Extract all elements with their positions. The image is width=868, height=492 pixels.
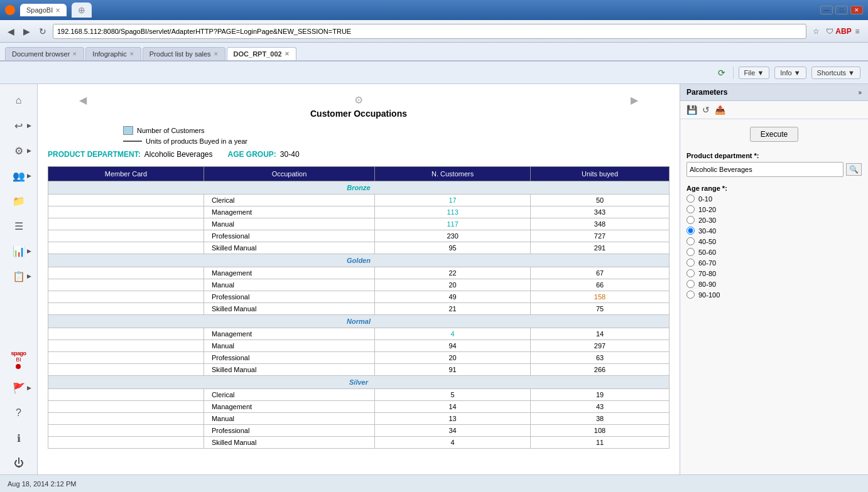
chart-legend: Number of Customers Units of products Bu… (123, 126, 670, 145)
tab-document-browser[interactable]: Document browser ✕ (5, 47, 84, 60)
radio-60-70[interactable] (686, 259, 695, 267)
cell-occupation: Clerical (203, 389, 374, 401)
shield-icon: 🛡 (824, 26, 835, 37)
radio-item-20-30[interactable]: 20-30 (686, 216, 862, 224)
cell-units: 297 (531, 340, 670, 352)
browser-tab-spagabi[interactable]: SpagoBI ✕ (20, 4, 67, 16)
close-tab-infographic[interactable]: ✕ (129, 51, 134, 57)
prev-arrow-icon[interactable]: ◀ (79, 94, 87, 106)
help-icon: ? (16, 407, 21, 419)
table-row: Professional2063 (48, 352, 670, 364)
radio-item-40-50[interactable]: 40-50 (686, 237, 862, 245)
minimize-button[interactable]: — (820, 6, 833, 14)
app-tabs: Document browser ✕ Infographic ✕ Product… (0, 43, 868, 62)
radio-30-40[interactable] (686, 227, 695, 235)
sidebar-item-back[interactable]: ↩ ▶ (4, 114, 34, 137)
cell-units: 50 (531, 195, 670, 206)
close-tab-doc-rpt[interactable]: ✕ (285, 51, 290, 57)
cell-units: 43 (531, 401, 670, 413)
tab-infographic[interactable]: Infographic ✕ (85, 47, 141, 60)
sidebar-item-report[interactable]: 📋 ▶ (4, 265, 34, 287)
panel-collapse-button[interactable]: » (858, 89, 862, 96)
bookmark-icon[interactable]: ☆ (810, 26, 822, 37)
cell-customers: 95 (375, 242, 531, 254)
radio-item-0-10[interactable]: 0-10 (686, 195, 862, 203)
panel-export-icon[interactable]: 📤 (713, 104, 727, 116)
product-dept-input[interactable] (686, 162, 844, 177)
legend-label-customers: Number of Customers (137, 127, 205, 134)
shortcuts-menu-button[interactable]: Shortcuts ▼ (811, 67, 860, 79)
radio-label-90-100: 90-100 (698, 291, 720, 299)
back-button[interactable]: ◀ (5, 25, 17, 38)
next-arrow-icon[interactable]: ▶ (631, 94, 638, 106)
refresh-button[interactable]: ⟳ (715, 67, 728, 79)
radio-0-10[interactable] (686, 195, 695, 203)
menu-icon[interactable]: ≡ (852, 26, 863, 37)
sidebar-item-users[interactable]: 👥 ▶ (4, 164, 34, 187)
sidebar-item-list[interactable]: ☰ (4, 215, 34, 237)
info-menu-button[interactable]: Info ▼ (774, 67, 806, 79)
radio-item-30-40[interactable]: 30-40 (686, 227, 862, 235)
cell-occupation: Skilled Manual (203, 242, 374, 254)
tab-doc-rpt-002[interactable]: DOC_RPT_002 ✕ (227, 47, 296, 60)
execute-button[interactable]: Execute (750, 127, 798, 142)
cell-occupation: Professional (203, 425, 374, 437)
forward-button[interactable]: ▶ (21, 25, 33, 38)
file-menu-button[interactable]: File ▼ (739, 67, 770, 79)
radio-item-80-90[interactable]: 80-90 (686, 280, 862, 288)
spago-logo: spago BI (11, 350, 26, 369)
radio-10-20[interactable] (686, 205, 695, 213)
chart-title: Customer Occupations (48, 109, 670, 119)
sidebar-item-chart[interactable]: 📊 ▶ (4, 240, 34, 262)
browser-tab-new[interactable]: ⊕ (72, 3, 92, 18)
power-icon: ⏻ (14, 457, 24, 469)
sidebar-item-settings[interactable]: ⚙ ▶ (4, 139, 34, 162)
sidebar-item-info[interactable]: ℹ (4, 427, 34, 449)
sidebar-item-home[interactable]: ⌂ (4, 89, 34, 112)
radio-item-10-20[interactable]: 10-20 (686, 205, 862, 213)
sidebar-item-folder[interactable]: 📁 (4, 190, 34, 212)
sidebar-item-flag[interactable]: 🚩 ▶ (4, 377, 34, 399)
radio-item-60-70[interactable]: 60-70 (686, 259, 862, 267)
tab-product-list-by-sales[interactable]: Product list by sales ✕ (143, 47, 225, 60)
radio-20-30[interactable] (686, 216, 695, 224)
config-icon[interactable]: ⚙ (354, 94, 363, 106)
cell-customers: 91 (375, 364, 531, 376)
radio-40-50[interactable] (686, 237, 695, 245)
cell-occupation: Clerical (203, 195, 374, 206)
cell-units: 75 (531, 303, 670, 315)
close-tab-product-list[interactable]: ✕ (214, 51, 219, 57)
cell-occupation: Management (203, 328, 374, 340)
cell-occupation: Professional (203, 230, 374, 242)
radio-item-70-80[interactable]: 70-80 (686, 269, 862, 277)
panel-save-icon[interactable]: 💾 (685, 104, 698, 116)
radio-70-80[interactable] (686, 269, 695, 277)
radio-item-90-100[interactable]: 90-100 (686, 291, 862, 299)
address-icons: ☆ 🛡 ABP ≡ (810, 26, 863, 37)
browser-tab-close[interactable]: ✕ (55, 7, 60, 14)
reload-button[interactable]: ↻ (36, 25, 49, 38)
cell-customers: 117 (375, 218, 531, 230)
radio-50-60[interactable] (686, 248, 695, 256)
chevron-right-icon-6: ▶ (27, 385, 31, 391)
table-group-header: Bronze (48, 181, 670, 195)
panel-reset-icon[interactable]: ↺ (701, 104, 711, 116)
sidebar-item-help[interactable]: ? (4, 402, 34, 424)
table-row: Skilled Manual91266 (48, 364, 670, 376)
radio-item-50-60[interactable]: 50-60 (686, 248, 862, 256)
radio-90-100[interactable] (686, 291, 695, 299)
cell-customers: 49 (375, 291, 531, 303)
table-row: Manual2066 (48, 279, 670, 291)
sidebar-item-power[interactable]: ⏻ (4, 452, 34, 474)
main-toolbar: ⟳ File ▼ Info ▼ Shortcuts ▼ (0, 62, 868, 84)
group-name-normal: Normal (347, 318, 371, 325)
cell-member-card (48, 364, 204, 376)
close-button[interactable]: ✕ (850, 6, 863, 14)
close-tab-document-browser[interactable]: ✕ (72, 51, 77, 57)
table-row: Skilled Manual95291 (48, 242, 670, 254)
radio-80-90[interactable] (686, 280, 695, 288)
radio-label-80-90: 80-90 (698, 281, 716, 288)
url-input[interactable] (53, 24, 806, 39)
product-dept-search-button[interactable]: 🔍 (846, 163, 862, 176)
maximize-button[interactable]: □ (835, 6, 848, 14)
